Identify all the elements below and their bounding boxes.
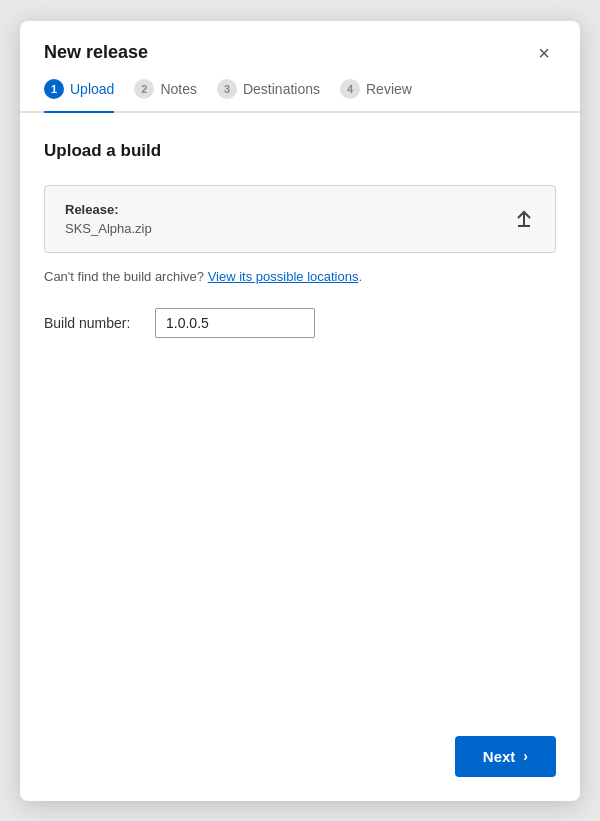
section-title: Upload a build	[44, 141, 556, 161]
modal-body: Upload a build Release: SKS_Alpha.zip	[20, 113, 580, 720]
next-arrow-icon: ›	[523, 748, 528, 764]
upload-box-content: Release: SKS_Alpha.zip	[65, 202, 152, 236]
step-label-notes: Notes	[160, 81, 197, 97]
step-review[interactable]: 4 Review	[340, 79, 412, 111]
close-button[interactable]: ×	[532, 41, 556, 65]
cant-find-text: Can't find the build archive? View its p…	[44, 269, 556, 284]
upload-icon-button[interactable]	[513, 208, 535, 230]
step-destinations[interactable]: 3 Destinations	[217, 79, 320, 111]
release-filename: SKS_Alpha.zip	[65, 221, 152, 236]
body-spacer	[44, 338, 556, 696]
upload-arrow-icon	[513, 208, 535, 230]
next-button[interactable]: Next ›	[455, 736, 556, 777]
step-upload[interactable]: 1 Upload	[44, 79, 114, 113]
modal-footer: Next ›	[20, 720, 580, 801]
step-notes[interactable]: 2 Notes	[134, 79, 197, 111]
build-number-label: Build number:	[44, 315, 139, 331]
step-circle-notes: 2	[134, 79, 154, 99]
modal-overlay: New release × 1 Upload 2 Notes 3	[0, 0, 600, 821]
upload-box[interactable]: Release: SKS_Alpha.zip	[44, 185, 556, 253]
cant-find-link[interactable]: View its possible locations	[208, 269, 359, 284]
modal-header: New release ×	[20, 21, 580, 65]
build-number-row: Build number:	[44, 308, 556, 338]
modal-title: New release	[44, 42, 148, 63]
step-label-review: Review	[366, 81, 412, 97]
build-number-input[interactable]	[155, 308, 315, 338]
release-label: Release:	[65, 202, 152, 217]
modal-dialog: New release × 1 Upload 2 Notes 3	[20, 21, 580, 801]
step-label-upload: Upload	[70, 81, 114, 97]
step-circle-destinations: 3	[217, 79, 237, 99]
steps-bar: 1 Upload 2 Notes 3 Destinations 4	[20, 65, 580, 113]
step-circle-upload: 1	[44, 79, 64, 99]
step-circle-review: 4	[340, 79, 360, 99]
step-label-destinations: Destinations	[243, 81, 320, 97]
